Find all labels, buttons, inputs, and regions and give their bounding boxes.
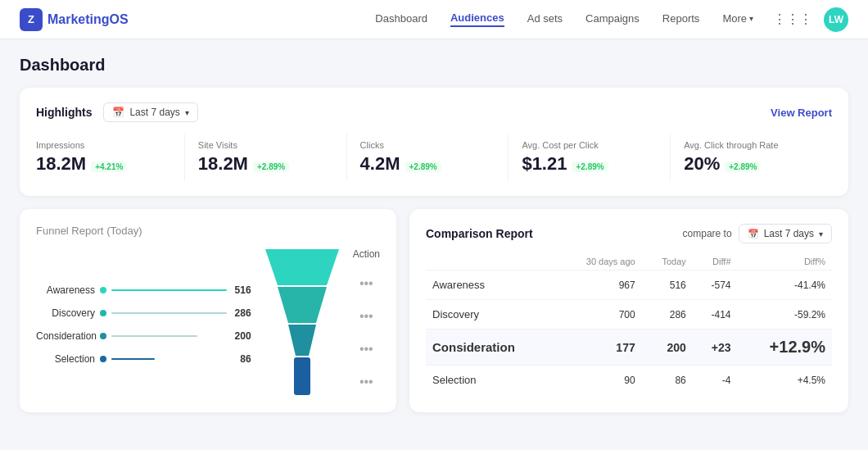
- nav-reports[interactable]: Reports: [662, 12, 700, 26]
- metric-value: 4.2M +2.89%: [360, 153, 495, 175]
- funnel-label: Consideration: [36, 330, 95, 342]
- metric-avg-cpc: Avg. Cost per Click $1.21 +2.89%: [509, 134, 671, 181]
- col-header-label: [426, 253, 557, 270]
- row-label: Consideration: [426, 330, 557, 366]
- svg-marker-1: [278, 287, 327, 323]
- action-menu-discovery[interactable]: •••: [359, 301, 373, 332]
- navbar: Z MarketingOS Dashboard Audiences Ad set…: [0, 0, 868, 39]
- grid-icon[interactable]: ⋮⋮⋮: [773, 11, 812, 27]
- app-logo[interactable]: Z MarketingOS: [20, 8, 129, 31]
- col-header-today: Today: [642, 253, 693, 270]
- funnel-bar: [111, 312, 227, 314]
- bottom-row: Funnel Report (Today) Awareness 516 Disc…: [20, 209, 848, 412]
- funnel-value: 200: [235, 330, 251, 342]
- compare-label: compare to: [683, 228, 732, 239]
- funnel-bar-gap: [160, 358, 233, 360]
- funnel-card: Funnel Report (Today) Awareness 516 Disc…: [20, 209, 396, 412]
- metric-label: Avg. Cost per Click: [522, 140, 657, 150]
- table-row: Selection 90 86 -4 +4.5%: [426, 366, 832, 395]
- row-today: 286: [642, 300, 693, 330]
- metric-value: 18.2M +2.89%: [198, 153, 333, 175]
- funnel-value: 86: [240, 353, 251, 365]
- compare-date-filter[interactable]: 📅 Last 7 days ▾: [739, 224, 832, 243]
- row-diffpct: -59.2%: [738, 300, 832, 330]
- nav-audiences[interactable]: Audiences: [450, 11, 504, 27]
- row-diffpct: -41.4%: [738, 270, 832, 300]
- chevron-down-icon: ▾: [749, 14, 753, 23]
- calendar-icon: 📅: [112, 107, 124, 118]
- svg-marker-0: [265, 249, 339, 285]
- col-header-30days: 30 days ago: [557, 253, 642, 270]
- table-row: Discovery 700 286 -414 -59.2%: [426, 300, 832, 330]
- funnel-title: Funnel Report (Today): [36, 224, 380, 237]
- nav-right: ⋮⋮⋮ LW: [773, 7, 848, 32]
- date-filter-button[interactable]: 📅 Last 7 days ▾: [103, 102, 197, 122]
- row-diffnum: -4: [693, 366, 738, 395]
- row-diffpct: +12.9%: [738, 330, 832, 366]
- metric-label: Clicks: [360, 140, 495, 150]
- funnel-row-discovery: Discovery 286: [36, 307, 251, 319]
- chevron-down-icon: ▾: [819, 230, 823, 239]
- view-report-link[interactable]: View Report: [771, 107, 832, 119]
- funnel-row-consideration: Consideration 200: [36, 330, 251, 342]
- funnel-bar: [111, 358, 155, 360]
- metric-label: Site Visits: [198, 140, 333, 150]
- row-label: Awareness: [426, 270, 557, 300]
- action-column: Action ••• ••• ••• •••: [353, 248, 380, 398]
- funnel-value: 516: [235, 284, 251, 296]
- metric-badge: +2.89%: [405, 161, 441, 172]
- comparison-table: 30 days ago Today Diff# Diff% Awareness …: [426, 253, 832, 394]
- user-avatar[interactable]: LW: [824, 7, 848, 32]
- funnel-label: Awareness: [36, 284, 95, 296]
- highlights-card: Highlights 📅 Last 7 days ▾ View Report I…: [20, 88, 848, 196]
- metric-value: $1.21 +2.89%: [522, 153, 657, 175]
- funnel-bar: [111, 335, 197, 337]
- funnel-dot: [100, 310, 106, 316]
- funnel-dot: [100, 333, 106, 339]
- row-today: 516: [642, 270, 693, 300]
- col-header-diffpct: Diff%: [738, 253, 832, 270]
- row-diffnum: -574: [693, 270, 738, 300]
- highlights-header: Highlights 📅 Last 7 days ▾ View Report: [36, 102, 832, 122]
- action-menu-awareness[interactable]: •••: [359, 268, 373, 299]
- comparison-title: Comparison Report: [426, 227, 533, 240]
- svg-rect-3: [294, 357, 310, 395]
- svg-marker-2: [288, 325, 316, 356]
- nav-dashboard[interactable]: Dashboard: [375, 12, 427, 26]
- calendar-icon: 📅: [748, 229, 759, 239]
- table-row-highlighted: Consideration 177 200 +23 +12.9%: [426, 330, 832, 366]
- row-ago: 967: [557, 270, 642, 300]
- funnel-bar: [111, 289, 227, 291]
- funnel-row-selection: Selection 86: [36, 353, 251, 365]
- row-today: 200: [642, 330, 693, 366]
- table-header: 30 days ago Today Diff# Diff%: [426, 253, 832, 270]
- action-header: Action: [353, 248, 380, 260]
- nav-campaigns[interactable]: Campaigns: [585, 12, 640, 26]
- metric-badge: +2.89%: [725, 161, 761, 172]
- row-ago: 177: [557, 330, 642, 366]
- highlights-title: Highlights: [36, 106, 92, 119]
- metric-badge: +2.89%: [253, 161, 289, 172]
- compare-date-label: Last 7 days: [764, 228, 814, 239]
- metric-value: 18.2M +4.21%: [36, 153, 171, 175]
- metric-label: Impressions: [36, 140, 171, 150]
- col-header-diffnum: Diff#: [693, 253, 738, 270]
- metric-label: Avg. Click through Rate: [684, 140, 819, 150]
- logo-icon: Z: [20, 8, 43, 31]
- row-ago: 700: [557, 300, 642, 330]
- action-menu-consideration[interactable]: •••: [359, 334, 373, 365]
- funnel-svg: [261, 249, 343, 397]
- comparison-header: Comparison Report compare to 📅 Last 7 da…: [426, 224, 832, 243]
- row-ago: 90: [557, 366, 642, 395]
- funnel-value: 286: [235, 307, 251, 319]
- funnel-bar-gap: [202, 335, 227, 337]
- compare-filter-area: compare to 📅 Last 7 days ▾: [683, 224, 832, 243]
- nav-adsets[interactable]: Ad sets: [527, 12, 563, 26]
- funnel-row-awareness: Awareness 516: [36, 284, 251, 296]
- nav-more[interactable]: More ▾: [722, 12, 753, 26]
- metric-badge: +2.89%: [572, 161, 608, 172]
- row-diffnum: -414: [693, 300, 738, 330]
- metric-impressions: Impressions 18.2M +4.21%: [36, 134, 185, 181]
- chevron-down-icon: ▾: [185, 108, 189, 117]
- action-menu-selection[interactable]: •••: [359, 366, 373, 398]
